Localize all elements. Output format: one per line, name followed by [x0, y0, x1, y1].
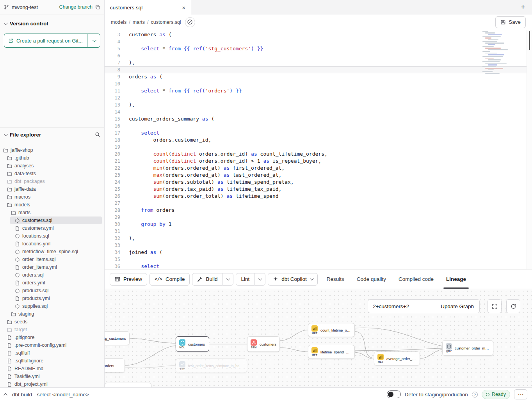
code-line-27[interactable]: 27 — [105, 200, 532, 207]
code-line-34[interactable]: 34joined as ( — [105, 249, 532, 256]
tree-item-order-items-sql[interactable]: order_items.sql — [0, 256, 104, 263]
code-line-29[interactable]: 29 — [105, 214, 532, 221]
code-line-25[interactable]: 25 sum(orders.tax_paid) as lifetime_tax_… — [105, 186, 532, 193]
tree-item-products-sql[interactable]: products.sql — [0, 287, 104, 295]
fullscreen-button[interactable] — [488, 299, 502, 313]
tree-item-models[interactable]: models — [0, 201, 104, 209]
lineage-node-test-order-items-compute-to-bools-[interactable]: TSTtest_order_items_compute_to_bools... — [176, 358, 247, 373]
lineage-node-stg-customers[interactable]: MDLstg_customers — [105, 331, 130, 345]
file-explorer-header[interactable]: File explorer — [0, 128, 104, 142]
editor-scrollbar-thumb[interactable] — [529, 31, 530, 50]
code-line-16[interactable]: 16 — [105, 122, 532, 130]
build-button[interactable]: Build — [192, 273, 222, 286]
breadcrumb-item[interactable]: marts — [133, 20, 145, 25]
code-line-18[interactable]: 18 orders.customer_id, — [105, 137, 532, 144]
tree-item-macros[interactable]: macros — [0, 193, 104, 201]
code-line-20[interactable]: 20 count(distinct orders.order_id) as co… — [105, 151, 532, 158]
tree-item-locations-yml[interactable]: locations.yml — [0, 240, 104, 248]
tree-item--sqlfluffignore[interactable]: .sqlfluffignore — [0, 357, 104, 365]
tree-item--sqlfluff[interactable]: .sqlfluff — [0, 349, 104, 357]
code-line-35[interactable]: 35 — [105, 256, 532, 263]
code-line-10[interactable]: 10 — [105, 80, 532, 87]
code-line-30[interactable]: 30 group by 1 — [105, 221, 532, 228]
lineage-node-orders[interactable]: MDLorders — [105, 358, 125, 373]
lineage-node-count-lifetime-orders[interactable]: METcount_lifetime_orders — [308, 323, 355, 337]
breadcrumb-item[interactable]: models — [111, 20, 126, 25]
panel-tab-lineage[interactable]: Lineage — [440, 270, 472, 289]
code-line-32[interactable]: 32), — [105, 235, 532, 242]
tree-item-jaffle-data[interactable]: jaffle-data — [0, 185, 104, 193]
tree-item-supplies-sql[interactable]: supplies.sql — [0, 302, 104, 310]
code-line-6[interactable]: 6 — [105, 52, 532, 59]
update-graph-button[interactable]: Update Graph — [435, 299, 480, 313]
code-line-11[interactable]: 11 select * from {{ ref('orders') }} — [105, 87, 532, 94]
tree-item-metricflow-time-spine-sql[interactable]: metricflow_time_spine.sql — [0, 248, 104, 256]
code-line-21[interactable]: 21 count(distinct orders.order_id) > 1 a… — [105, 158, 532, 165]
defer-toggle[interactable] — [387, 390, 401, 398]
save-button[interactable]: Save — [495, 16, 526, 28]
code-line-4[interactable]: 4 — [105, 38, 532, 45]
overflow-menu-button[interactable]: ⋯ — [514, 389, 527, 399]
code-line-31[interactable]: 31 — [105, 228, 532, 235]
tree-item-customers-sql[interactable]: customers.sql — [10, 216, 102, 224]
new-tab-button[interactable]: + — [514, 0, 532, 14]
create-pr-button[interactable]: Create a pull request on Git... — [4, 34, 100, 48]
lint-button[interactable]: Lint — [236, 273, 254, 286]
tree-item-staging[interactable]: staging — [0, 310, 104, 318]
tree-item--gitignore[interactable]: .gitignore — [0, 334, 104, 341]
code-line-28[interactable]: 28 from orders — [105, 207, 532, 214]
tree-item-customers-yml[interactable]: customers.yml — [0, 224, 104, 232]
code-line-8[interactable]: 8 — [105, 66, 532, 73]
code-line-17[interactable]: 17 select — [105, 130, 532, 137]
code-line-23[interactable]: 23 max(orders.ordered_at) as last_ordere… — [105, 172, 532, 179]
tree-item-locations-sql[interactable]: locations.sql — [0, 232, 104, 240]
code-line-15[interactable]: 15customer_orders_summary as ( — [105, 115, 532, 122]
lineage-node-partial[interactable] — [105, 383, 151, 387]
tree-item-taskfile-yml[interactable]: Taskfile.yml — [0, 373, 104, 380]
lineage-node-lifetime-spend-pretax[interactable]: METlifetime_spend_pretax — [308, 345, 355, 359]
tree-item-orders-sql[interactable]: orders.sql — [0, 271, 104, 279]
lineage-canvas[interactable]: MDLstg_customersMDLordersMDLcustomersSEM… — [105, 289, 532, 387]
docs-button[interactable] — [185, 17, 195, 27]
code-line-7[interactable]: 7), — [105, 59, 532, 66]
copy-icon[interactable] — [95, 5, 100, 10]
code-line-12[interactable]: 12 — [105, 94, 532, 101]
copilot-button[interactable]: dbt Copilot — [268, 273, 318, 286]
tree-item-orders-yml[interactable]: orders.yml — [0, 279, 104, 287]
tree-item-marts[interactable]: marts — [0, 209, 104, 216]
create-pr-main[interactable]: Create a pull request on Git... — [4, 34, 87, 47]
compile-button[interactable]: </> Compile — [149, 273, 190, 286]
code-line-14[interactable]: 14 — [105, 108, 532, 115]
code-line-5[interactable]: 5 select * from {{ ref('stg_customers') … — [105, 45, 532, 52]
code-line-13[interactable]: 13), — [105, 101, 532, 108]
refresh-button[interactable] — [506, 299, 520, 313]
tree-item-dbt-project-yml[interactable]: dbt_project.yml — [0, 380, 104, 387]
change-branch-link[interactable]: Change branch — [59, 4, 93, 10]
tree-item-order-items-yml[interactable]: order_items.yml — [0, 263, 104, 271]
tree-item--github[interactable]: .github — [0, 154, 104, 162]
editor-scrollbar-track[interactable] — [527, 30, 532, 269]
close-tab-icon[interactable]: × — [182, 5, 185, 11]
lint-dropdown-caret[interactable] — [254, 273, 265, 286]
tab-customers-sql[interactable]: customers.sql × — [105, 0, 191, 15]
code-line-9[interactable]: 9orders as ( — [105, 73, 532, 80]
lineage-selector-input[interactable] — [368, 299, 435, 313]
lineage-node-customers[interactable]: SEMcustomers — [247, 336, 280, 352]
tree-item-seeds[interactable]: seeds — [0, 318, 104, 326]
tree-item-dbt-packages[interactable]: dbt_packages — [0, 177, 104, 185]
panel-tab-compiled-code[interactable]: Compiled code — [392, 270, 440, 289]
chevron-up-icon[interactable] — [4, 393, 7, 397]
tree-item--pre-commit-config-yaml[interactable]: .pre-commit-config.yaml — [0, 341, 104, 349]
editor-minimap[interactable] — [481, 31, 512, 76]
lineage-node-average-order-value[interactable]: METaverage_order_value — [374, 351, 420, 366]
pr-dropdown-caret[interactable] — [87, 34, 100, 47]
code-line-26[interactable]: 26 sum(orders.order_total) as lifetime_s… — [105, 193, 532, 200]
preview-button[interactable]: Preview — [110, 273, 147, 286]
search-icon[interactable] — [95, 132, 100, 137]
code-line-19[interactable]: 19 — [105, 144, 532, 151]
build-dropdown-caret[interactable] — [222, 273, 233, 286]
tree-item-jaffle-shop[interactable]: jaffle-shop — [0, 146, 104, 154]
lineage-node-customer-order-metrics[interactable]: QRYcustomer_order_metrics — [442, 340, 493, 356]
code-line-24[interactable]: 24 sum(orders.subtotal) as lifetime_spen… — [105, 179, 532, 186]
tree-item-analyses[interactable]: analyses — [0, 162, 104, 170]
